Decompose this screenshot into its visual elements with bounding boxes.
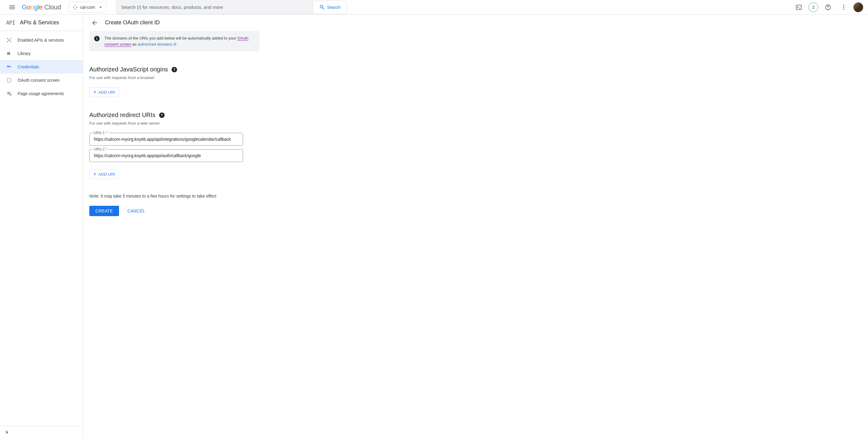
- sidebar-item-library[interactable]: Library: [0, 47, 83, 60]
- arrow-back-icon: [91, 19, 98, 26]
- svg-point-9: [8, 39, 10, 41]
- section-desc: For use with requests from a web server: [89, 121, 259, 125]
- settings-note: Note: It may take 5 minutes to a few hou…: [89, 194, 350, 199]
- section-title: Authorized redirect URIs: [89, 112, 155, 119]
- logo-text: Google: [22, 3, 42, 11]
- uri-input-1[interactable]: [89, 133, 243, 146]
- sidebar-item-label: Page usage agreements: [18, 91, 64, 96]
- sidebar-header[interactable]: API APIs & Services: [0, 14, 83, 31]
- consent-icon: [6, 77, 12, 83]
- dashboard-icon: [6, 37, 12, 43]
- field-label: URIs 1 *: [92, 131, 108, 135]
- sidebar-footer: [0, 426, 83, 438]
- sidebar-item-oauth-consent[interactable]: OAuth consent screen: [0, 74, 83, 87]
- add-uri-label: ADD URI: [98, 172, 116, 177]
- main-content: Create OAuth client ID i The domains of …: [83, 14, 868, 438]
- svg-point-11: [10, 38, 11, 39]
- google-cloud-logo[interactable]: Google Cloud: [22, 3, 61, 11]
- project-icon: [72, 5, 78, 10]
- info-icon: i: [94, 36, 100, 41]
- back-button[interactable]: [89, 17, 100, 28]
- project-picker[interactable]: cal-com: [68, 2, 106, 13]
- terminal-icon: [796, 4, 802, 11]
- create-button[interactable]: CREATE: [89, 206, 119, 216]
- add-redirect-uri-button[interactable]: + ADD URI: [89, 169, 119, 179]
- section-heading: Authorized JavaScript origins ?: [89, 66, 259, 73]
- section-heading: Authorized redirect URIs ?: [89, 112, 259, 119]
- notifications-count: 2: [812, 5, 814, 9]
- sidebar-collapse-button[interactable]: [2, 427, 12, 437]
- uri-field-1: URIs 1 *: [89, 133, 243, 146]
- account-avatar[interactable]: [854, 2, 863, 12]
- more-vert-icon: [840, 4, 847, 11]
- svg-point-1: [73, 7, 74, 8]
- search-button-label: Search: [327, 5, 340, 10]
- svg-point-2: [76, 7, 77, 8]
- external-link-icon: [173, 42, 177, 46]
- svg-point-7: [843, 7, 844, 8]
- svg-point-0: [75, 5, 75, 6]
- sidebar-item-label: OAuth consent screen: [18, 78, 60, 83]
- sidebar-item-credentials[interactable]: Credentials: [0, 60, 83, 74]
- authorized-domains-link-text: authorized domains: [137, 42, 172, 47]
- logo-suffix: Cloud: [44, 3, 61, 11]
- chevron-down-icon: [97, 4, 103, 10]
- section-desc: For use with requests from a browser: [89, 76, 259, 80]
- field-label: URIs 2 *: [92, 147, 108, 151]
- sidebar-item-label: Library: [18, 51, 31, 56]
- sidebar-item-page-usage[interactable]: Page usage agreements: [0, 87, 83, 100]
- plus-icon: +: [93, 89, 97, 95]
- global-header: Google Cloud cal-com Search 2: [0, 0, 868, 14]
- plus-icon: +: [93, 171, 97, 177]
- sidebar-item-label: Enabled APIs & services: [18, 38, 64, 42]
- add-uri-label: ADD URI: [98, 90, 116, 94]
- info-mid: as: [131, 42, 137, 47]
- agreements-icon: [6, 91, 12, 97]
- section-title: Authorized JavaScript origins: [89, 66, 168, 73]
- info-prefix: The domains of the URIs you add below wi…: [104, 36, 237, 40]
- help-tooltip-icon[interactable]: ?: [172, 67, 177, 72]
- header-actions: 2: [793, 1, 863, 13]
- key-icon: [6, 64, 12, 70]
- authorized-domains-link[interactable]: authorized domains: [137, 42, 176, 47]
- more-button[interactable]: [838, 1, 850, 13]
- info-box: i The domains of the URIs you add below …: [89, 31, 259, 51]
- sidebar-nav: Enabled APIs & services Library Credenti…: [0, 31, 83, 426]
- uri-input-2[interactable]: [89, 149, 243, 162]
- page-header: Create OAuth client ID: [83, 14, 868, 31]
- section-js-origins: Authorized JavaScript origins ? For use …: [89, 66, 259, 97]
- page-title: Create OAuth client ID: [105, 20, 160, 26]
- section-redirect-uris: Authorized redirect URIs ? For use with …: [89, 112, 259, 179]
- help-button[interactable]: [822, 1, 834, 13]
- product-badge: API: [6, 20, 15, 26]
- svg-point-6: [843, 5, 844, 6]
- svg-point-8: [843, 8, 844, 10]
- svg-rect-14: [7, 79, 11, 82]
- cancel-button[interactable]: CANCEL: [124, 206, 149, 216]
- notifications-button[interactable]: 2: [808, 2, 818, 12]
- main-menu-button[interactable]: [5, 0, 20, 14]
- search-icon: [319, 4, 325, 10]
- svg-point-10: [7, 38, 8, 39]
- product-title: APIs & Services: [20, 20, 59, 26]
- action-buttons: CREATE CANCEL: [89, 206, 350, 216]
- search-container: Search: [116, 1, 347, 14]
- sidebar-item-label: Credentials: [18, 64, 39, 69]
- info-suffix: .: [177, 42, 178, 47]
- svg-rect-4: [796, 5, 802, 9]
- add-js-uri-button[interactable]: + ADD URI: [89, 87, 119, 97]
- help-icon: [825, 4, 831, 11]
- project-name: cal-com: [80, 5, 95, 10]
- hamburger-icon: [8, 4, 16, 11]
- help-tooltip-icon[interactable]: ?: [159, 113, 165, 118]
- sidebar-item-enabled-apis[interactable]: Enabled APIs & services: [0, 33, 83, 47]
- svg-point-13: [10, 41, 11, 42]
- sidebar: API APIs & Services Enabled APIs & servi…: [0, 14, 83, 438]
- library-icon: [6, 51, 12, 57]
- search-input[interactable]: [116, 1, 313, 14]
- search-button[interactable]: Search: [313, 1, 346, 14]
- chevron-left-icon: [4, 429, 10, 435]
- info-text: The domains of the URIs you add below wi…: [104, 35, 254, 47]
- svg-point-12: [7, 41, 8, 42]
- cloud-shell-button[interactable]: [793, 1, 805, 13]
